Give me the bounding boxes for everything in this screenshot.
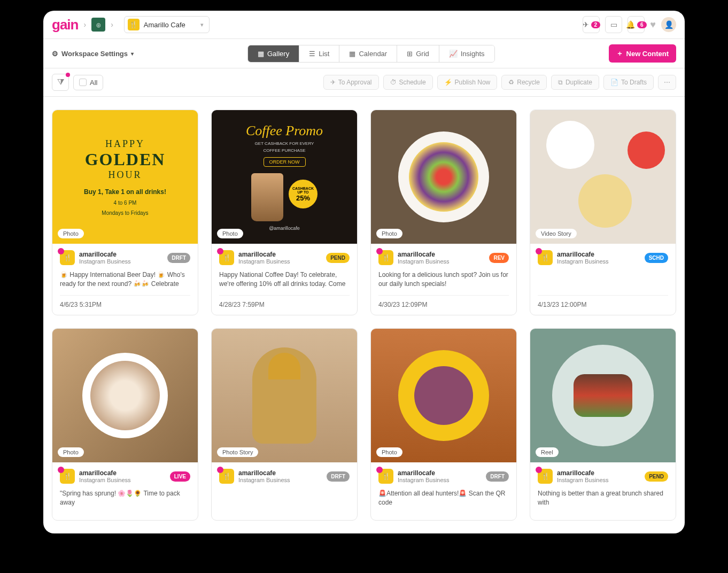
- account-name: amarillocafe: [238, 469, 322, 477]
- workspace-selector[interactable]: 🍴 Amarillo Cafe ▾: [124, 16, 210, 33]
- select-all[interactable]: All: [73, 75, 103, 90]
- account-type: Instagram Business: [79, 258, 163, 265]
- account-icon: 🍴: [538, 250, 553, 265]
- account-text: amarillocafe Instagram Business: [238, 469, 322, 483]
- card-image: Photo: [371, 329, 516, 462]
- new-content-button[interactable]: ＋ New Content: [609, 44, 676, 63]
- account-icon: 🍴: [60, 250, 75, 265]
- account-text: amarillocafe Instagram Business: [238, 251, 322, 265]
- account-icon: 🍴: [219, 469, 234, 484]
- card-caption: [219, 489, 350, 507]
- card-caption: 🍺 Happy International Beer Day! 🍺 Who's …: [60, 270, 190, 289]
- card-image: Photo Story: [212, 329, 357, 462]
- card-image: Coffee PromoGET CASHBACK FOR EVERYCOFFEE…: [212, 110, 357, 244]
- account-name: amarillocafe: [557, 469, 640, 477]
- card-image: Reel: [530, 329, 676, 462]
- clock-icon: ⏱: [390, 79, 397, 86]
- view-gallery[interactable]: ▦Gallery: [248, 45, 299, 62]
- actionbar: ⧩ All ✈To Approval ⏱Schedule ⚡Publish No…: [43, 68, 685, 97]
- card-caption: Looking for a delicious lunch spot? Join…: [378, 270, 509, 289]
- card-header: 🍴 amarillocafe Instagram Business DRFT: [60, 250, 190, 265]
- subbar: ⚙ Workspace Settings ▾ ▦Gallery ☰List ▦C…: [43, 39, 685, 68]
- card-timestamp: 4/30/23 12:09PM: [378, 295, 509, 308]
- filter-button[interactable]: ⧩: [52, 74, 69, 91]
- account-text: amarillocafe Instagram Business: [557, 469, 640, 483]
- view-grid[interactable]: ⊞Grid: [397, 45, 439, 62]
- account-name: amarillocafe: [79, 251, 163, 258]
- account-icon: 🍴: [60, 469, 75, 484]
- content-card[interactable]: Video Story 🍴 amarillocafe Instagram Bus…: [530, 110, 676, 315]
- notifications-button[interactable]: 🔔 6: [628, 16, 645, 33]
- account-text: amarillocafe Instagram Business: [557, 251, 640, 265]
- content-card[interactable]: Photo 🍴 amarillocafe Instagram Business …: [52, 328, 198, 521]
- media-type-tag: Photo: [376, 229, 402, 238]
- content-card[interactable]: HAPPYGOLDENHOURBuy 1, Take 1 on all drin…: [52, 110, 198, 315]
- status-badge: REV: [489, 253, 509, 263]
- logo: gain: [52, 17, 78, 33]
- account-text: amarillocafe Instagram Business: [398, 251, 485, 265]
- to-approval-button[interactable]: ✈To Approval: [323, 75, 379, 90]
- account-icon: 🍴: [378, 469, 393, 484]
- account-name: amarillocafe: [557, 251, 640, 258]
- content-card[interactable]: Reel 🍴 amarillocafe Instagram Business P…: [530, 328, 676, 521]
- app-window: gain › ◎ › 🍴 Amarillo Cafe ▾ ✈ 2 ▭ 🔔 6 ♥…: [43, 11, 685, 533]
- content-card[interactable]: Coffee PromoGET CASHBACK FOR EVERYCOFFEE…: [211, 110, 358, 315]
- content-card[interactable]: Photo 🍴 amarillocafe Instagram Business …: [370, 110, 517, 315]
- card-body: 🍴 amarillocafe Instagram Business DRFT: [212, 462, 357, 520]
- view-insights[interactable]: 📈Insights: [439, 45, 494, 62]
- recycle-button[interactable]: ♻Recycle: [501, 75, 547, 90]
- card-header: 🍴 amarillocafe Instagram Business DRFT: [378, 469, 509, 484]
- status-badge: PEND: [645, 471, 668, 482]
- topbar-right: ✈ 2 ▭ 🔔 6 ♥ 👤: [583, 16, 676, 33]
- card-body: 🍴 amarillocafe Instagram Business DRFT 🚨…: [371, 462, 516, 520]
- account-name: amarillocafe: [238, 251, 322, 258]
- to-drafts-button[interactable]: 📄To Drafts: [603, 75, 654, 90]
- account-icon: 🍴: [378, 250, 393, 265]
- archive-button[interactable]: ▭: [605, 16, 622, 33]
- account-type: Instagram Business: [238, 258, 322, 265]
- card-caption: Happy National Coffee Day! To celebrate,…: [219, 270, 350, 289]
- card-caption: "Spring has sprung! 🌸🌷🌻 Time to pack awa…: [60, 489, 190, 507]
- schedule-button[interactable]: ⏱Schedule: [383, 75, 433, 90]
- publish-now-button[interactable]: ⚡Publish Now: [437, 75, 498, 90]
- all-label: All: [90, 79, 97, 87]
- status-badge: DRFT: [486, 471, 509, 482]
- duplicate-button[interactable]: ⧉Duplicate: [551, 75, 599, 90]
- workspace-icon: 🍴: [128, 19, 140, 30]
- account-icon: 🍴: [219, 250, 234, 265]
- status-badge: SCHD: [645, 253, 668, 263]
- card-body: 🍴 amarillocafe Instagram Business REV Lo…: [371, 244, 516, 315]
- card-body: 🍴 amarillocafe Instagram Business LIVE "…: [52, 462, 198, 520]
- content-card[interactable]: Photo Story 🍴 amarillocafe Instagram Bus…: [211, 328, 358, 521]
- card-body: 🍴 amarillocafe Instagram Business PEND H…: [212, 244, 357, 315]
- file-icon: 📄: [610, 79, 618, 86]
- bulk-actions: ✈To Approval ⏱Schedule ⚡Publish Now ♻Rec…: [323, 75, 676, 90]
- status-badge: DRFT: [167, 253, 190, 263]
- view-calendar[interactable]: ▦Calendar: [339, 45, 397, 62]
- account-name: amarillocafe: [79, 469, 166, 477]
- status-badge: DRFT: [327, 471, 350, 482]
- user-avatar[interactable]: 👤: [661, 17, 676, 32]
- filter-icon: ⧩: [57, 78, 64, 87]
- account-type: Instagram Business: [398, 477, 482, 483]
- account-type: Instagram Business: [79, 477, 166, 483]
- card-header: 🍴 amarillocafe Instagram Business PEND: [538, 469, 668, 484]
- more-button[interactable]: ⋯: [658, 75, 676, 90]
- workspace-settings-button[interactable]: ⚙ Workspace Settings ▾: [52, 50, 134, 58]
- card-image: Photo: [52, 329, 198, 462]
- card-header: 🍴 amarillocafe Instagram Business PEND: [219, 250, 350, 265]
- card-image: Video Story: [530, 110, 676, 244]
- media-type-tag: Photo: [58, 447, 84, 457]
- media-type-tag: Photo: [217, 229, 243, 238]
- favorites-button[interactable]: ♥: [650, 19, 656, 30]
- chart-icon: 📈: [449, 50, 458, 58]
- content-card[interactable]: Photo 🍴 amarillocafe Instagram Business …: [370, 328, 517, 521]
- topbar: gain › ◎ › 🍴 Amarillo Cafe ▾ ✈ 2 ▭ 🔔 6 ♥…: [43, 11, 685, 39]
- account-name: amarillocafe: [398, 251, 485, 258]
- send-button[interactable]: ✈ 2: [583, 16, 600, 33]
- card-header: 🍴 amarillocafe Instagram Business SCHD: [538, 250, 668, 265]
- account-text: amarillocafe Instagram Business: [398, 469, 482, 483]
- view-list[interactable]: ☰List: [299, 45, 339, 62]
- org-avatar[interactable]: ◎: [91, 18, 105, 32]
- card-body: 🍴 amarillocafe Instagram Business DRFT 🍺…: [52, 244, 198, 315]
